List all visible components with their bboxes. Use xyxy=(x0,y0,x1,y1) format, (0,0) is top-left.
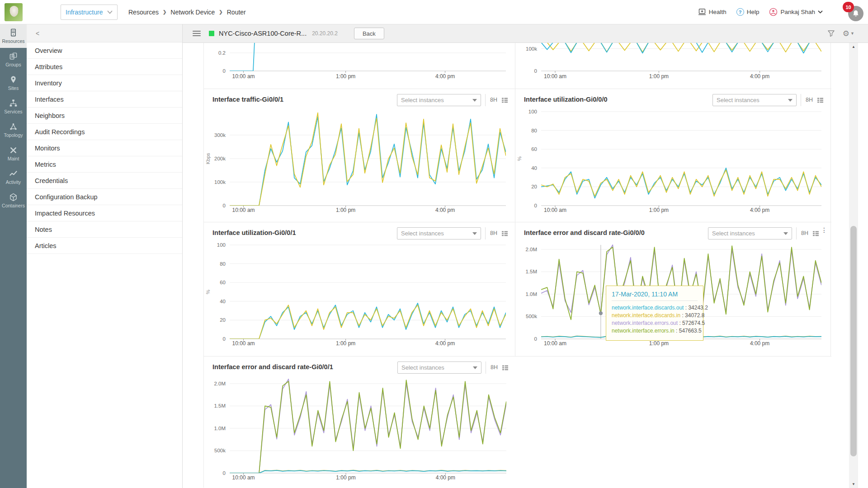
time-range-button[interactable]: 8H xyxy=(486,361,502,374)
svg-text:1:00 pm: 1:00 pm xyxy=(649,207,669,213)
chart-plot-partial-right[interactable]: 0100k10:00 am1:00 pm4:00 pm xyxy=(515,43,830,89)
user-menu[interactable]: Pankaj Shah xyxy=(769,8,823,16)
chart-plot-partial-left[interactable]: 00.210:00 am1:00 pm4:00 pm xyxy=(204,43,515,89)
rail-item-topology[interactable]: Topology xyxy=(0,118,27,142)
nav-item-monitors[interactable]: Monitors xyxy=(27,140,182,156)
nav-item-overview[interactable]: Overview xyxy=(27,42,182,59)
svg-text:10:00 am: 10:00 am xyxy=(232,340,255,347)
nav-item-impacted-resources[interactable]: Impacted Resources xyxy=(27,205,182,221)
chart-tooltip: 17-Mar-2020, 11:10 AM network.interface.… xyxy=(606,286,703,341)
svg-text:10:00 am: 10:00 am xyxy=(544,207,566,213)
server-icon xyxy=(9,28,18,37)
svg-text:20: 20 xyxy=(531,184,537,189)
svg-text:40: 40 xyxy=(220,299,226,304)
chart-card-partial-left: 00.210:00 am1:00 pm4:00 pm xyxy=(204,43,515,89)
chart-controls: Select instances 8H xyxy=(397,94,508,106)
rail-item-maint[interactable]: Maint xyxy=(0,142,27,165)
chart-plot-error-discard-1[interactable]: 0500k1.0M1.5M2.0M10:00 am1:00 pm4:00 pm xyxy=(204,357,515,488)
menu-icon[interactable] xyxy=(193,29,201,38)
svg-text:1:00 pm: 1:00 pm xyxy=(336,340,355,347)
svg-text:0: 0 xyxy=(223,470,226,476)
chart-svg: 0100k200k300k10:00 am1:00 pm4:00 pmKbps xyxy=(204,89,515,222)
svg-text:1:00 pm: 1:00 pm xyxy=(649,340,669,347)
chart-plot-utilization-1[interactable]: 02040608010010:00 am1:00 pm4:00 pm% xyxy=(204,222,515,356)
rail-item-label: Resources xyxy=(2,38,24,44)
nav-list: OverviewAttributesInventoryInterfacesNei… xyxy=(27,42,182,254)
svg-text:80: 80 xyxy=(531,128,537,133)
chevron-down-icon xyxy=(783,232,788,235)
settings-menu[interactable]: ⚙ ▼ xyxy=(843,30,854,38)
select-instances-dropdown[interactable]: Select instances xyxy=(397,94,481,106)
chart-title: Interface error and discard rate-Gi0/0/0 xyxy=(524,229,645,236)
select-instances-dropdown[interactable]: Select instances xyxy=(397,227,481,239)
nav-item-articles[interactable]: Articles xyxy=(27,238,182,254)
tooltip-rows: network.interface.discards.out : 34243.2… xyxy=(612,304,698,335)
nav-item-interfaces[interactable]: Interfaces xyxy=(27,91,182,108)
chart-card-utilization-1: Interface utilization-Gi0/0/1 Select ins… xyxy=(204,222,515,356)
rail-item-groups[interactable]: Groups xyxy=(0,48,27,71)
time-range-button[interactable]: 8H xyxy=(801,94,817,106)
svg-text:1:00 pm: 1:00 pm xyxy=(336,474,355,481)
nav-item-attributes[interactable]: Attributes xyxy=(27,59,182,75)
rail-item-containers[interactable]: Containers xyxy=(0,189,27,212)
back-button[interactable]: Back xyxy=(354,28,384,39)
filter-icon[interactable] xyxy=(827,29,835,38)
bell-icon xyxy=(852,9,860,18)
rail-item-sites[interactable]: Sites xyxy=(0,71,27,95)
notification-count-badge[interactable]: 10 xyxy=(843,2,854,12)
breadcrumb-router[interactable]: Router xyxy=(227,9,246,16)
nav-collapse-button[interactable]: < xyxy=(27,24,182,42)
time-range-button[interactable]: 8H xyxy=(485,94,502,106)
chart-svg: 0500k1.0M1.5M2.0M10:00 am1:00 pm4:00 pm xyxy=(204,357,515,488)
health-button[interactable]: Health xyxy=(698,8,726,16)
time-range-button[interactable]: 8H xyxy=(796,227,813,239)
rail-item-services[interactable]: Services xyxy=(0,95,27,118)
help-button[interactable]: ? Help xyxy=(736,8,760,16)
rail-item-label: Groups xyxy=(5,62,21,67)
breadcrumb-network-device[interactable]: Network Device xyxy=(170,9,215,16)
nav-item-audit-recordings[interactable]: Audit Recordings xyxy=(27,124,182,140)
nav-item-credentials[interactable]: Credentials xyxy=(27,173,182,189)
svg-text:40: 40 xyxy=(531,165,537,171)
tooltip-metric-row: network.interface.discards.in : 34072.8 xyxy=(612,312,698,319)
svg-text:1.5M: 1.5M xyxy=(214,403,226,408)
scroll-down-arrow[interactable]: ▼ xyxy=(849,482,858,486)
scrollbar-thumb[interactable] xyxy=(850,226,857,456)
chart-svg: 02040608010010:00 am1:00 pm4:00 pm% xyxy=(515,89,830,222)
chart-title: Interface utilization-Gi0/0/1 xyxy=(212,229,296,236)
select-instances-dropdown[interactable]: Select instances xyxy=(708,227,792,239)
table-view-icon[interactable] xyxy=(502,231,508,236)
rail-item-label: Maint xyxy=(8,156,19,161)
breadcrumb-separator-icon: ❯ xyxy=(163,9,166,14)
nav-item-metrics[interactable]: Metrics xyxy=(27,156,182,173)
select-instances-dropdown[interactable]: Select instances xyxy=(397,361,481,374)
chart-controls: Select instances 8H xyxy=(712,94,823,106)
time-range-button[interactable]: 8H xyxy=(485,227,502,239)
scroll-up-arrow[interactable]: ▲ xyxy=(849,45,858,49)
nav-item-configuration-backup[interactable]: Configuration Backup xyxy=(27,189,182,205)
chart-plot-interface-traffic[interactable]: 0100k200k300k10:00 am1:00 pm4:00 pmKbps xyxy=(204,89,515,222)
chart-plot-utilization-0[interactable]: 02040608010010:00 am1:00 pm4:00 pm% xyxy=(515,89,830,222)
more-options-icon[interactable]: ⋮ xyxy=(821,227,827,233)
svg-text:100: 100 xyxy=(528,109,537,114)
app-selector-dropdown[interactable]: Infrastructure xyxy=(61,5,118,20)
cube-icon xyxy=(9,193,18,202)
nav-item-inventory[interactable]: Inventory xyxy=(27,75,182,91)
device-status-icon xyxy=(209,31,214,36)
nav-item-neighbors[interactable]: Neighbors xyxy=(27,108,182,124)
table-view-icon[interactable] xyxy=(502,365,508,371)
nav-item-notes[interactable]: Notes xyxy=(27,221,182,238)
rail-item-label: Activity xyxy=(6,179,21,185)
table-view-icon[interactable] xyxy=(817,98,823,103)
select-instances-dropdown[interactable]: Select instances xyxy=(712,94,797,106)
table-view-icon[interactable] xyxy=(813,231,819,236)
chevron-down-icon xyxy=(472,99,477,102)
rail-item-resources[interactable]: Resources xyxy=(0,24,27,48)
breadcrumb-resources[interactable]: Resources xyxy=(128,9,159,16)
chevron-down-icon: ▼ xyxy=(850,31,854,36)
svg-text:4:00 pm: 4:00 pm xyxy=(435,73,455,80)
table-view-icon[interactable] xyxy=(502,98,508,103)
chart-card-interface-traffic: Interface traffic-Gi0/0/1 Select instanc… xyxy=(204,89,515,222)
rail-item-activity[interactable]: Activity xyxy=(0,165,27,189)
icon-rail: ResourcesGroupsSitesServicesTopologyMain… xyxy=(0,24,27,488)
